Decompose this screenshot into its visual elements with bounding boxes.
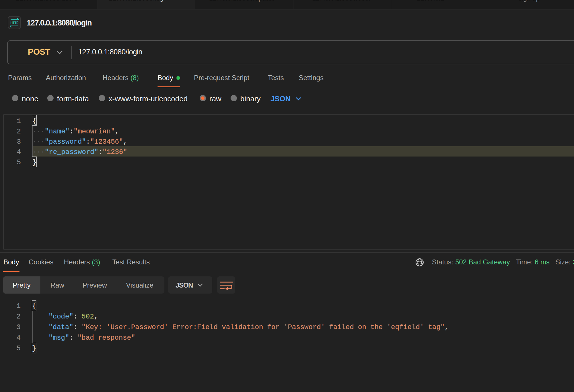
svg-text:HTTP: HTTP [11, 20, 19, 25]
